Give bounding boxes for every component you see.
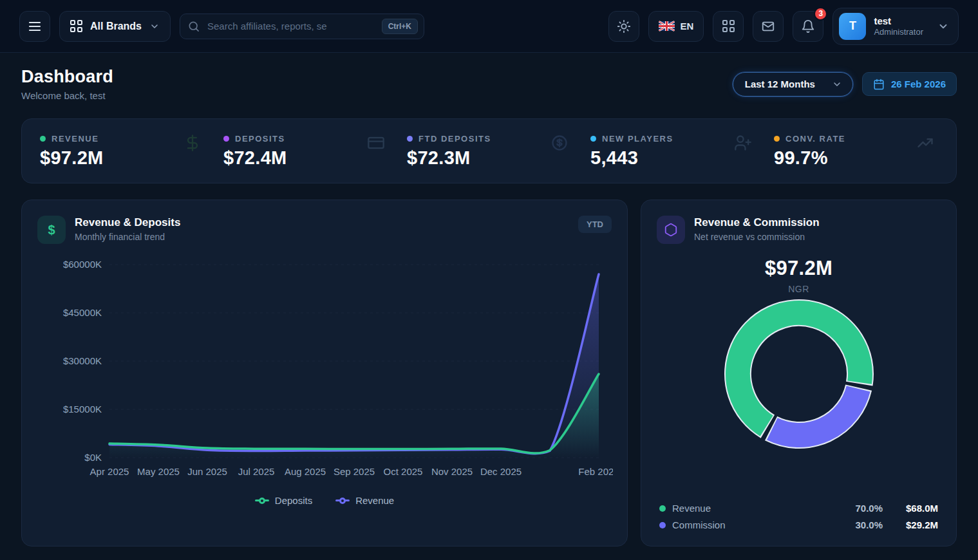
- calendar-icon: [873, 79, 885, 90]
- svg-text:Aug 2025: Aug 2025: [285, 466, 326, 477]
- language-label: EN: [681, 21, 694, 32]
- chevron-down-icon: [149, 21, 160, 32]
- svg-text:Jun 2025: Jun 2025: [187, 466, 227, 477]
- stat-label: NEW PLAYERS: [602, 134, 673, 144]
- apps-grid-icon: [722, 20, 735, 32]
- brand-selector-label: All Brands: [90, 21, 142, 32]
- uk-flag-icon: [659, 21, 675, 32]
- page-header: Dashboard Welcome back, test Last 12 Mon…: [21, 67, 957, 101]
- ytd-badge: YTD: [578, 216, 612, 233]
- menu-button[interactable]: [19, 11, 50, 42]
- notification-count-badge: 3: [814, 7, 827, 21]
- status-dot: [223, 136, 229, 142]
- stat-label-row: NEW PLAYERS: [590, 134, 748, 144]
- dollar-icon: [183, 134, 202, 152]
- stat-label-row: DEPOSITS: [223, 134, 381, 144]
- stat-value: 5,443: [590, 147, 748, 169]
- card-header: $ Revenue & Deposits Monthly financial t…: [37, 216, 612, 244]
- svg-text:Oct 2025: Oct 2025: [384, 466, 423, 477]
- donut-legend-commission[interactable]: Commission 30.0% $29.2M: [659, 519, 938, 530]
- brand-selector[interactable]: All Brands: [59, 11, 171, 42]
- card-title: Revenue & Deposits: [75, 216, 180, 230]
- date-picker-button[interactable]: 26 Feb 2026: [862, 72, 957, 96]
- hexagon-icon: [657, 216, 685, 244]
- svg-text:$15000K: $15000K: [63, 404, 102, 415]
- stat-deposits: DEPOSITS $72.4M: [223, 134, 407, 169]
- credit-card-icon: [367, 134, 385, 152]
- kpi-stats-card: REVENUE $97.2M DEPOSITS $72.4M FTD DEPOS…: [21, 118, 957, 183]
- stat-label-row: REVENUE: [40, 134, 198, 144]
- card-subtitle: Monthly financial trend: [75, 232, 180, 242]
- ngr-label: NGR: [657, 284, 941, 294]
- user-plus-icon: [734, 134, 752, 152]
- stat-label: DEPOSITS: [235, 134, 285, 144]
- coin-dollar-icon: [550, 134, 569, 152]
- segment-name: Revenue: [672, 503, 711, 514]
- search-icon: [187, 20, 200, 33]
- segment-value: $29.2M: [889, 519, 938, 530]
- svg-text:$30000K: $30000K: [63, 355, 102, 366]
- avatar: T: [839, 13, 866, 40]
- card-subtitle: Net revenue vs commission: [694, 232, 820, 242]
- user-menu[interactable]: T test Administrator: [832, 8, 959, 45]
- line-chart[interactable]: $0K$15000K$30000K$45000K$60000KApr 2025M…: [37, 253, 612, 489]
- hamburger-icon: [27, 19, 42, 34]
- chevron-down-icon: [832, 79, 842, 89]
- apps-button[interactable]: [713, 11, 744, 42]
- segment-percent: 70.0%: [855, 503, 883, 514]
- legend-item-deposits[interactable]: Deposits: [255, 495, 312, 506]
- stat-label-row: CONV. RATE: [774, 134, 932, 144]
- donut-legend-revenue[interactable]: Revenue 70.0% $68.0M: [659, 503, 938, 514]
- status-dot: [774, 136, 780, 142]
- svg-text:Sep 2025: Sep 2025: [334, 466, 375, 477]
- top-navbar: All Brands Ctrl+K EN 3: [0, 0, 978, 53]
- card-header: Revenue & Commission Net revenue vs comm…: [657, 216, 941, 244]
- charts-row: $ Revenue & Deposits Monthly financial t…: [21, 200, 957, 546]
- status-dot: [659, 505, 666, 512]
- status-dot: [659, 522, 666, 528]
- status-dot: [590, 136, 596, 142]
- svg-text:Dec 2025: Dec 2025: [480, 466, 522, 477]
- stat-label: REVENUE: [52, 134, 99, 144]
- brands-grid-icon: [70, 20, 82, 32]
- selected-date: 26 Feb 2026: [891, 79, 946, 89]
- card-title-block: Revenue & Commission Net revenue vs comm…: [694, 216, 820, 242]
- stat-new-players: NEW PLAYERS 5,443: [590, 134, 774, 169]
- user-name: test: [874, 15, 923, 27]
- revenue-commission-card: Revenue & Commission Net revenue vs comm…: [641, 200, 957, 546]
- bell-icon: [801, 19, 815, 33]
- messages-button[interactable]: [753, 11, 784, 42]
- mail-icon: [761, 19, 775, 33]
- donut-chart[interactable]: [657, 298, 941, 453]
- user-role: Administrator: [874, 27, 923, 37]
- navbar-right-group: EN 3 T test Administrator: [608, 8, 959, 45]
- svg-text:Apr 2025: Apr 2025: [90, 466, 129, 477]
- notifications-button[interactable]: 3: [793, 11, 823, 42]
- stat-value: $97.2M: [40, 147, 198, 169]
- status-dot: [40, 136, 46, 142]
- donut-legend: Revenue 70.0% $68.0M Commission 30.0% $2…: [657, 503, 941, 530]
- theme-toggle-button[interactable]: [608, 11, 639, 42]
- trend-up-icon: [916, 134, 934, 152]
- chevron-down-icon: [937, 21, 949, 32]
- svg-text:Feb 2026: Feb 2026: [578, 466, 613, 477]
- legend-item-revenue[interactable]: Revenue: [335, 495, 394, 506]
- date-range-select[interactable]: Last 12 Months: [733, 72, 853, 97]
- line-chart-legend: Deposits Revenue: [37, 495, 612, 506]
- segment-name: Commission: [672, 519, 726, 530]
- donut-chart-svg: [702, 298, 896, 453]
- date-range-label: Last 12 Months: [745, 79, 815, 89]
- revenue-legend-marker: [335, 498, 350, 504]
- stat-ftd-deposits: FTD DEPOSITS $72.3M: [407, 134, 590, 169]
- language-selector[interactable]: EN: [648, 11, 704, 42]
- deposits-legend-marker: [255, 498, 269, 504]
- revenue-deposits-card: $ Revenue & Deposits Monthly financial t…: [21, 200, 628, 546]
- donut-segment-commission: [772, 389, 858, 435]
- stat-value: $72.3M: [407, 147, 565, 169]
- legend-label: Revenue: [355, 495, 394, 506]
- svg-text:$0K: $0K: [84, 452, 102, 463]
- dollar-icon: $: [37, 216, 66, 244]
- segment-value: $68.0M: [889, 503, 938, 514]
- svg-text:Jul 2025: Jul 2025: [238, 466, 275, 477]
- stat-conv-rate: CONV. RATE 99.7%: [774, 134, 938, 169]
